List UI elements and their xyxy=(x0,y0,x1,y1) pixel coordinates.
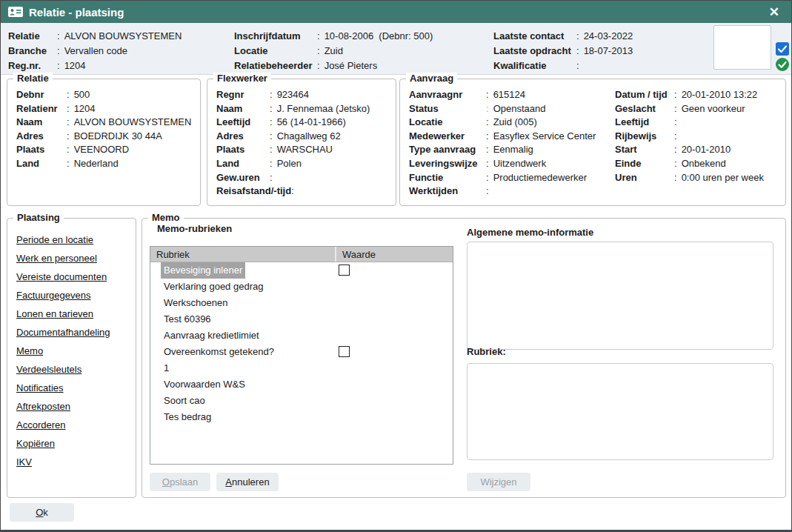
nav-link-notificaties[interactable]: Notificaties xyxy=(16,379,110,397)
field-label: Start xyxy=(615,143,674,157)
table-row[interactable]: Werkschoenen xyxy=(150,295,453,311)
field-value: 615124 xyxy=(493,89,525,100)
field-value: 24-03-2022 xyxy=(584,30,633,41)
field-value: 1204 xyxy=(64,60,86,71)
plaatsing-nav: Periode en locatie Werk en personeel Ver… xyxy=(16,230,110,471)
header-info: RelatieALVON BOUWSYSTEMEN BrancheVervall… xyxy=(1,23,791,75)
field-label: Reg.nr. xyxy=(8,59,57,73)
field-label: Adres xyxy=(216,130,270,144)
column-header-rubriek: Rubriek xyxy=(150,247,336,262)
table-row[interactable]: Tes bedrag xyxy=(150,409,453,425)
memo-rubrieken-table: Rubriek Waarde Bevesiging inlener Verkla… xyxy=(150,246,453,465)
field-value: Vervallen code xyxy=(64,45,127,56)
nav-link-accorderen[interactable]: Accorderen xyxy=(16,416,110,434)
field-label: Branche xyxy=(8,44,57,59)
field-label: Einde xyxy=(615,157,674,171)
nav-link-kopieren[interactable]: Kopiëren xyxy=(16,434,110,453)
field-label: Inschrijfdatum xyxy=(234,29,317,44)
waarde-checkbox[interactable] xyxy=(339,346,350,357)
memo-rubrieken-title: Memo-rubrieken xyxy=(157,223,232,234)
field-label: Debnr xyxy=(16,88,67,102)
table-row[interactable]: Soort cao xyxy=(150,393,453,409)
nav-link-werk-en-personeel[interactable]: Werk en personeel xyxy=(16,249,110,267)
field-value: 56 (14-01-1966) xyxy=(277,116,346,127)
field-label: Rijbewijs xyxy=(615,130,674,144)
table-row[interactable]: Aanvraag kredietlimiet xyxy=(150,327,453,344)
field-label: Status xyxy=(409,102,486,116)
field-label: Relatie xyxy=(8,29,57,44)
table-row[interactable]: Verklaring goed gedrag xyxy=(150,279,453,295)
annuleren-button[interactable]: Annuleren xyxy=(216,473,279,491)
table-row[interactable]: Bevesiging inlener xyxy=(150,262,453,279)
field-value: ALVON BOUWSYSTEMEN xyxy=(74,116,192,127)
nav-link-periode-en-locatie[interactable]: Periode en locatie xyxy=(16,230,110,249)
field-label: Functie xyxy=(409,171,486,185)
field-label: Land xyxy=(216,157,270,171)
table-row[interactable]: Overeenkomst getekend? xyxy=(150,344,453,360)
field-label: Plaats xyxy=(216,143,270,157)
table-header-row: Rubriek Waarde xyxy=(150,247,453,262)
nav-link-factuurgegevens[interactable]: Factuurgegevens xyxy=(16,286,110,305)
field-label: Relatienr xyxy=(16,102,67,116)
field-label: Leveringswijze xyxy=(409,157,486,171)
field-value: J. Fennemaa (Jetsko) xyxy=(277,103,370,114)
nav-link-documentafhandeling[interactable]: Documentafhandeling xyxy=(16,323,110,342)
groupbox-relatie: Relatie Debnr500 Relatienr1204 NaamALVON… xyxy=(7,79,201,206)
waarde-checkbox[interactable] xyxy=(339,265,350,276)
field-value: 18-07-2013 xyxy=(584,45,633,56)
field-label: Medewerker xyxy=(409,130,486,144)
field-value: 20-01-2010 13:22 xyxy=(682,89,758,100)
photo-placeholder xyxy=(713,25,771,70)
field-value: Polen xyxy=(277,158,302,169)
nav-link-aftrekposten[interactable]: Aftrekposten xyxy=(16,397,110,416)
header-col-contact: Laatste contact24-03-2022 Laatste opdrac… xyxy=(493,29,633,73)
nav-link-ikv[interactable]: IKV xyxy=(16,453,110,471)
nav-link-verdeelsleutels[interactable]: Verdeelsleutels xyxy=(16,360,110,379)
field-value: José Pieters xyxy=(325,60,378,71)
table-row[interactable]: Test 60396 xyxy=(150,311,453,327)
nav-link-lonen-en-tarieven[interactable]: Lonen en tarieven xyxy=(16,305,110,323)
field-value: VEENOORD xyxy=(74,144,129,155)
nav-link-vereiste-documenten[interactable]: Vereiste documenten xyxy=(16,267,110,286)
wijzigen-button[interactable]: Wijzigen xyxy=(467,473,530,491)
field-value: Zuid xyxy=(325,45,343,56)
field-value: 923464 xyxy=(277,89,309,100)
field-value: 1204 xyxy=(74,103,96,114)
field-label: Werktijden xyxy=(409,184,486,199)
groupbox-legend: Plaatsing xyxy=(13,212,64,223)
field-value: Easyflex Service Center xyxy=(493,130,596,142)
field-label: Leeftijd xyxy=(216,116,270,130)
nav-link-memo[interactable]: Memo xyxy=(16,342,110,360)
field-label: Locatie xyxy=(234,44,317,59)
field-value: Uitzendwerk xyxy=(493,158,547,169)
ok-button[interactable]: Ok xyxy=(10,503,74,522)
field-label: Uren xyxy=(615,171,674,185)
algemene-memo-textarea[interactable] xyxy=(467,242,773,350)
header-col-inschrijving: Inschrijfdatum10-08-2006 (Debnr: 500) Lo… xyxy=(234,29,433,73)
close-icon[interactable]: ✕ xyxy=(765,4,784,20)
rubriek-textarea[interactable] xyxy=(467,363,773,460)
field-value: 500 xyxy=(74,89,90,100)
groupbox-legend: Relatie xyxy=(13,73,53,84)
field-label: Plaats xyxy=(16,143,67,157)
field-value: Chagallweg 62 xyxy=(277,130,341,142)
groupbox-aanvraag: Aanvraag Aanvraagnr615124 StatusOpenstaa… xyxy=(399,79,786,206)
field-label: Locatie xyxy=(409,116,486,130)
table-row[interactable]: 1 xyxy=(150,360,453,376)
table-row[interactable]: Voorwaarden W&S xyxy=(150,376,453,393)
field-value: Geen voorkeur xyxy=(682,103,745,114)
field-value: BOEDRDIJK 30 44A xyxy=(74,130,162,142)
aanvraag-right-column: Datum / tijd20-01-2010 13:22 GeslachtGee… xyxy=(615,88,764,184)
field-label: Geslacht xyxy=(615,102,674,116)
field-label: Land xyxy=(16,157,67,171)
field-label: Laatste contact xyxy=(493,29,576,44)
field-value: 20-01-2010 xyxy=(682,144,731,155)
aanvraag-left-column: Aanvraagnr615124 StatusOpenstaand Locati… xyxy=(409,88,596,199)
groupbox-legend: Aanvraag xyxy=(406,73,457,84)
field-label: Type aanvraag xyxy=(409,143,486,157)
field-value: 0:00 uren per week xyxy=(682,172,764,183)
field-label: Naam xyxy=(216,102,270,116)
field-value: Openstaand xyxy=(493,103,546,114)
opslaan-button[interactable]: Opslaan xyxy=(150,473,210,491)
rubriek-label: Rubriek: xyxy=(467,346,506,357)
